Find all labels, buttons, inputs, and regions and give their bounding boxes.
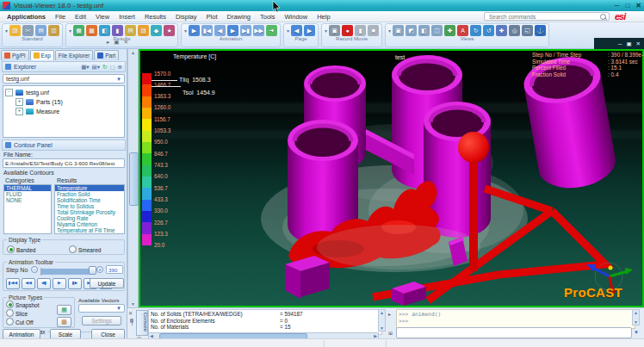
stop-icon[interactable]: ■	[368, 25, 379, 36]
banded-radio[interactable]	[7, 245, 15, 253]
step-no-field[interactable]: 390	[106, 265, 123, 274]
overflow-caret-icon[interactable]: ▾	[388, 28, 391, 34]
scroll-down-icon[interactable]: ▼	[633, 319, 639, 325]
results-list[interactable]: TemperatureFraction SolidSolidification …	[54, 184, 125, 234]
update-button[interactable]: Update	[90, 278, 124, 288]
tree-item-root[interactable]: - testg.unf	[5, 88, 122, 97]
axes-icon[interactable]: ✚	[444, 25, 455, 36]
console-vscroll[interactable]: ▲ ▼	[378, 309, 386, 332]
annotation-icon[interactable]: A	[457, 25, 468, 36]
previous-page-icon[interactable]: ◀	[291, 25, 302, 36]
result-item[interactable]: Cooling Rate	[55, 215, 124, 221]
result-item[interactable]: Time to Solidus	[55, 203, 124, 209]
menu-item[interactable]: View	[96, 13, 109, 21]
minimize-window-icon[interactable]: ─	[615, 2, 620, 9]
scroll-up-icon[interactable]: ▲	[128, 50, 138, 55]
playback-button[interactable]: ▶	[53, 278, 66, 289]
menu-item[interactable]: Tools	[260, 13, 276, 21]
cutoff-radio[interactable]	[6, 318, 14, 325]
mdi-restore-icon[interactable]: ▣	[626, 40, 631, 47]
console-pin-icon[interactable]	[130, 319, 133, 323]
tab-pg-pl[interactable]: Pg/Pl	[1, 50, 29, 60]
model-icon[interactable]: ▦	[73, 25, 84, 36]
camera-icon[interactable]: ▣	[329, 25, 340, 36]
search-icon[interactable]	[600, 14, 606, 20]
menu-item[interactable]: File	[55, 13, 65, 21]
spin-view-icon[interactable]: ↺	[483, 25, 494, 36]
playback-button[interactable]: ▮▶	[68, 278, 82, 289]
shell-expand-icon[interactable]: ▸	[388, 311, 391, 317]
slice-radio[interactable]	[6, 309, 14, 317]
menu-item[interactable]: Help	[317, 13, 330, 21]
rotate-view-icon[interactable]: ↻	[470, 25, 481, 36]
next-page-icon[interactable]: ▶	[304, 25, 315, 36]
tab-part[interactable]: Part	[94, 50, 119, 60]
tree-sort-icon[interactable]: ▤▾	[92, 64, 100, 71]
category-item[interactable]: FLUID	[4, 191, 51, 197]
console-close-icon[interactable]: ✕	[128, 310, 133, 316]
chart-icon[interactable]: ▮	[112, 25, 123, 36]
result-item[interactable]: Solidification Time	[55, 197, 124, 203]
step-decrement-button[interactable]: −	[31, 266, 38, 273]
export-animation-icon[interactable]: ➜	[266, 25, 277, 36]
step-increment-button[interactable]: +	[96, 266, 103, 273]
refresh-icon[interactable]: ↻	[102, 64, 107, 71]
tree-item-parts[interactable]: + Parts (15)	[5, 97, 122, 107]
close-window-icon[interactable]: ✕	[635, 2, 641, 9]
shell-vscroll[interactable]: ▲ ▼	[632, 309, 640, 325]
top-view-icon[interactable]: ◫	[431, 25, 443, 36]
scroll-up-icon[interactable]: ▲	[633, 310, 639, 315]
step-forward-icon[interactable]: ▶▮	[240, 25, 251, 36]
zoom-icon[interactable]: ◎	[509, 25, 520, 36]
overflow-caret-icon[interactable]: ▾	[69, 28, 71, 34]
playback-button[interactable]: ◀◀	[22, 278, 35, 289]
slider-handle[interactable]	[89, 266, 96, 275]
menu-item[interactable]: Drawing	[226, 13, 251, 21]
step-slider[interactable]	[40, 268, 42, 276]
dock-menu-icon[interactable]: ▸	[107, 39, 109, 46]
category-item[interactable]: THERMAL	[4, 185, 51, 191]
iso-view-icon[interactable]: ◩	[406, 25, 417, 36]
cut-icon[interactable]: ✂	[22, 25, 34, 36]
overflow-caret-icon[interactable]: ▾	[184, 28, 187, 34]
overflow-caret-icon[interactable]: ▾	[5, 28, 8, 34]
result-item[interactable]: Total Shrinkage Porosity	[55, 209, 124, 215]
tree-item-measure[interactable]: + Measure	[5, 107, 122, 116]
categories-list[interactable]: THERMALFLUIDNONE	[3, 184, 52, 234]
python-shell-output[interactable]: >>> animend()>>>	[396, 309, 635, 329]
new-page-icon[interactable]: ▢	[109, 64, 115, 71]
open-result-icon[interactable]: ▨	[138, 25, 149, 36]
vectors-combo[interactable]: ▼	[78, 304, 125, 313]
paste-icon[interactable]: ▥	[48, 25, 59, 36]
step-back-icon[interactable]: ◀	[214, 25, 226, 36]
animation-dialog-icon[interactable]: ▶	[189, 25, 200, 36]
slice-tool-icon[interactable]: ▦	[57, 305, 71, 315]
scroll-down-icon[interactable]: ▼	[379, 325, 385, 331]
pause-icon[interactable]: ▮	[355, 25, 366, 36]
last-frame-icon[interactable]: ▶▶	[253, 25, 264, 36]
maximize-window-icon[interactable]: □	[625, 2, 629, 9]
scroll-down-icon[interactable]: ▼	[128, 301, 138, 307]
tab-file-explorer[interactable]: File Explorer	[55, 50, 93, 60]
copy-icon[interactable]: ▤	[35, 25, 46, 36]
playback-button[interactable]: ◀▮	[37, 278, 51, 289]
menu-item[interactable]: Applications	[7, 13, 46, 21]
section-icon[interactable]: ◧	[99, 25, 110, 36]
zoom-area-icon[interactable]: ◱	[522, 25, 533, 36]
smeared-radio[interactable]	[69, 245, 77, 253]
dock-float-icon[interactable]: ▣	[114, 39, 119, 46]
anchor-icon[interactable]: ⚓	[535, 25, 546, 36]
first-frame-icon[interactable]: ▮◀	[201, 25, 213, 36]
viewport-3d[interactable]: Temperature [C] 1570.01466.71363.31260.0…	[139, 49, 644, 307]
record-icon[interactable]: ●	[342, 25, 353, 36]
menu-item[interactable]: Insert	[119, 13, 135, 21]
menu-item[interactable]: Plot	[207, 13, 218, 21]
pan-view-icon[interactable]: ✚	[496, 25, 507, 36]
play-icon[interactable]: ▶	[227, 25, 238, 36]
console-output[interactable]: No. of Solids (TETRA/HEXA/WEDGE)= 594187…	[148, 309, 382, 335]
scrollbar-thumb[interactable]	[129, 152, 139, 206]
tab-explorer[interactable]: Exp	[30, 50, 54, 60]
cutoff-tool-icon[interactable]: ▩	[57, 317, 71, 327]
shell-history-chevron-icon[interactable]: ▼	[634, 330, 639, 335]
menu-item[interactable]: Display	[176, 13, 197, 21]
